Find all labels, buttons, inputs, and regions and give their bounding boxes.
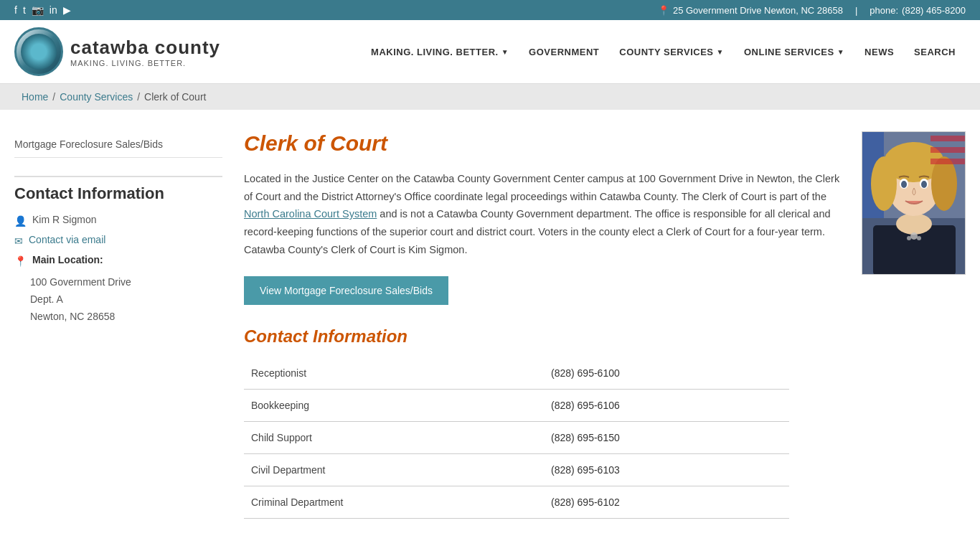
chevron-down-icon: ▼ [717,48,724,56]
social-icons: f t 📷 in ▶ [14,4,71,16]
sidebar-address-line3: Newton, NC 28658 [30,309,222,326]
nav-news[interactable]: NEWS [854,39,904,65]
phone-number: (828) 465-8200 [902,5,966,16]
sidebar-address: 100 Government Drive Dept. A Newton, NC … [14,274,222,325]
main-content: Clerk of Court Located in the Justice Ce… [244,131,966,519]
clerk-portrait-svg [862,132,966,275]
content-with-image: Clerk of Court Located in the Justice Ce… [244,131,966,326]
linkedin-icon[interactable]: in [50,4,57,16]
page-body: Located in the Justice Center on the Cat… [244,170,847,258]
instagram-icon[interactable]: 📷 [32,4,44,16]
location-icon: 📍 [658,5,669,16]
nav-making-living[interactable]: MAKING. LIVING. BETTER. ▼ [361,39,519,65]
breadcrumb-county-services[interactable]: County Services [60,91,133,103]
clerk-photo-inner [862,132,965,274]
contact-role: Bookkeeping [244,390,544,422]
svg-point-15 [917,236,921,240]
site-header: catawba county MAKING. LIVING. BETTER. M… [0,20,980,84]
sidebar-name-item: 👤 Kim R Sigmon [14,214,222,227]
svg-point-12 [921,181,927,188]
person-icon: 👤 [14,215,27,227]
sidebar-address-line2: Dept. A [30,291,222,309]
svg-rect-16 [930,136,966,141]
logo-area[interactable]: catawba county MAKING. LIVING. BETTER. [14,27,220,76]
main-layout: Mortgage Foreclosure Sales/Bids Contact … [0,110,980,540]
chevron-down-icon: ▼ [501,48,509,56]
svg-point-14 [907,236,911,240]
nav-county-services[interactable]: COUNTY SERVICES ▼ [609,39,734,65]
breadcrumb-separator: / [52,91,55,103]
breadcrumb-separator: / [137,91,140,103]
svg-point-11 [901,181,907,188]
sidebar-location-item: 📍 Main Location: [14,254,222,267]
sidebar-email-link[interactable]: Contact via email [29,234,105,245]
sidebar-contact-title: Contact Information [14,176,222,203]
sidebar-name: Kim R Sigmon [32,214,96,225]
contact-role: Criminal Department [244,486,544,519]
view-mortgage-btn[interactable]: View Mortgage Foreclosure Sales/Bids [244,276,448,305]
page-title: Clerk of Court [244,131,847,156]
contact-row: Bookkeeping (828) 695-6106 [244,390,789,422]
svg-point-4 [896,213,932,235]
phone-label: phone: [870,5,898,16]
svg-rect-18 [930,159,966,164]
sidebar: Mortgage Foreclosure Sales/Bids Contact … [14,131,222,519]
content-text: Clerk of Court Located in the Justice Ce… [244,131,847,326]
twitter-icon[interactable]: t [23,4,26,16]
sidebar-location-label: Main Location: [32,254,103,265]
contact-role: Civil Department [244,454,544,486]
facebook-icon[interactable]: f [14,4,17,16]
site-name: catawba county [70,37,220,59]
svg-point-7 [871,156,897,211]
contact-role: Child Support [244,422,544,454]
nav-search[interactable]: SEARCH [904,39,966,65]
sidebar-email-item: ✉ Contact via email [14,234,222,247]
svg-rect-17 [930,147,966,153]
address-info: 📍 25 Government Drive Newton, NC 28658 |… [658,5,966,16]
breadcrumb: Home / County Services / Clerk of Court [0,84,980,110]
breadcrumb-current: Clerk of Court [144,91,206,103]
contact-row: Child Support (828) 695-6150 [244,422,789,454]
site-tagline: MAKING. LIVING. BETTER. [70,59,220,67]
svg-point-8 [931,156,957,211]
contact-phone: (828) 695-6102 [544,486,789,519]
breadcrumb-home[interactable]: Home [22,91,48,103]
sidebar-link-mortgage[interactable]: Mortgage Foreclosure Sales/Bids [14,131,222,158]
email-icon: ✉ [14,235,23,247]
contact-row: Criminal Department (828) 695-6102 [244,486,789,519]
clerk-photo [862,131,966,275]
sidebar-address-line1: 100 Government Drive [30,274,222,291]
chevron-down-icon: ▼ [837,48,844,56]
contact-row: Civil Department (828) 695-6103 [244,454,789,486]
nc-court-link[interactable]: North Carolina Court System [244,208,377,220]
top-bar: f t 📷 in ▶ 📍 25 Government Drive Newton,… [0,0,980,20]
nav-government[interactable]: GOVERNMENT [519,39,609,65]
contact-phone: (828) 695-6100 [544,357,789,390]
address-text: 25 Government Drive Newton, NC 28658 [673,5,843,16]
main-nav: MAKING. LIVING. BETTER. ▼ GOVERNMENT COU… [361,39,966,65]
contact-row: Receptionist (828) 695-6100 [244,357,789,390]
contact-phone: (828) 695-6103 [544,454,789,486]
youtube-icon[interactable]: ▶ [63,4,71,16]
logo-text: catawba county MAKING. LIVING. BETTER. [70,37,220,67]
contact-section-title: Contact Information [244,326,966,347]
nav-online-services[interactable]: ONLINE SERVICES ▼ [734,39,854,65]
contact-phone: (828) 695-6150 [544,422,789,454]
logo-emblem [14,27,63,76]
svg-point-13 [910,232,918,240]
contact-role: Receptionist [244,357,544,390]
location-pin-icon: 📍 [14,255,27,267]
contact-table: Receptionist (828) 695-6100 Bookkeeping … [244,357,789,519]
contact-phone: (828) 695-6106 [544,390,789,422]
separator: | [855,5,857,16]
